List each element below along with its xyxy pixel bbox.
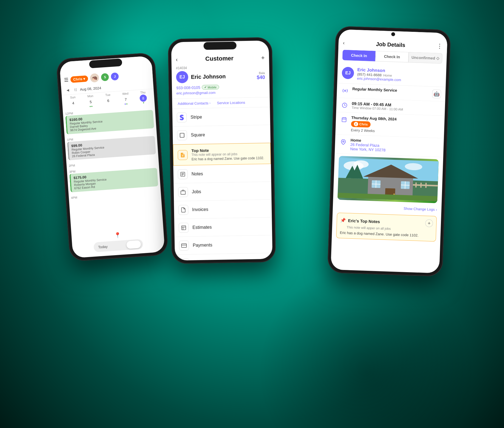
cust-tabs: Additional Contacts › Service Locations bbox=[172, 97, 270, 109]
day-name-tue: Tue bbox=[105, 93, 111, 97]
dot-wed-2 bbox=[126, 103, 128, 105]
job-title: Job Details bbox=[376, 41, 405, 48]
top-note-text: Eric has a dog named Zane. Use gate code… bbox=[191, 156, 266, 161]
svg-rect-11 bbox=[182, 244, 187, 247]
notif-badge[interactable]: 5 bbox=[101, 73, 109, 81]
phone-type: Mobile bbox=[208, 85, 217, 89]
day-num-sun[interactable]: 4 bbox=[69, 99, 77, 107]
menu-label-jobs: Jobs bbox=[192, 189, 201, 195]
top-note-icon bbox=[178, 150, 188, 160]
menu-label-estimates: Estimates bbox=[192, 225, 212, 230]
unconfirmed-label: Unconfirmed bbox=[411, 55, 435, 60]
top-note-content: Top Note This note will appear on all jo… bbox=[191, 147, 266, 161]
location-content: Home 26 Federal Plaza New York, NY 10278 bbox=[350, 138, 439, 154]
cal-day-thu: Thu 8 bbox=[134, 90, 152, 104]
menu-item-square[interactable]: Square bbox=[172, 125, 270, 145]
assignee-initial: C bbox=[354, 122, 358, 126]
cust-email[interactable]: eric.johnson@gmail.com bbox=[176, 90, 265, 95]
day-num-tue[interactable]: 6 bbox=[104, 97, 112, 105]
assignee-badge: C Chris bbox=[351, 121, 370, 128]
cal-day-sun: Sun 4 bbox=[64, 95, 82, 109]
time-content: 09:15 AM - 09:45 AM Time Window 07:00 AM… bbox=[352, 101, 441, 113]
service-name: Regular Monthly Service bbox=[352, 87, 429, 94]
phones-container: ☰ Chris ▾ 🦔 5 J ◀ ⟨⟨ Aug 08, 2024 Sun 4 bbox=[60, 22, 444, 406]
checkin-btn-2[interactable]: Check In bbox=[375, 51, 409, 62]
hedgehog-avatar[interactable]: 🦔 bbox=[90, 73, 99, 83]
show-logs-btn[interactable]: Show Change Logs › bbox=[333, 202, 441, 214]
job-more-btn[interactable]: ⋮ bbox=[437, 43, 443, 50]
top-notes-icon: 📌 bbox=[340, 218, 346, 223]
menu-item-top-note[interactable]: Top Note This note will appear on all jo… bbox=[173, 143, 271, 166]
menu-icon[interactable]: ☰ bbox=[64, 77, 68, 83]
estimates-icon bbox=[179, 223, 189, 233]
cust-balance: Bala $40 bbox=[257, 71, 265, 80]
customer-screen: ‹ Customer + #14034 EJ Eric Johnson Bala… bbox=[171, 41, 273, 261]
job-customer-details: Eric Johnson (857) 441-8688 Home eric.jo… bbox=[357, 67, 401, 82]
cal-day-tue: Tue 6 bbox=[99, 92, 117, 106]
job-date-row: Thursday Aug 08th, 2024 C Chris Every 2 … bbox=[335, 112, 445, 139]
top-notes-title-row: 📌 Eric's Top Notes bbox=[340, 218, 380, 224]
user-initial-badge[interactable]: J bbox=[111, 72, 119, 81]
bottom-spacer bbox=[331, 240, 440, 252]
menu-label-notes: Notes bbox=[191, 171, 203, 177]
day-name-wed: Wed bbox=[122, 92, 128, 95]
cust-avatar: EJ bbox=[176, 71, 188, 83]
location-pin-icon bbox=[339, 138, 347, 146]
svg-point-21 bbox=[343, 141, 344, 142]
assignee-name: Chris bbox=[359, 122, 368, 126]
cust-add-btn[interactable]: + bbox=[261, 54, 265, 61]
cust-name: Eric Johnson bbox=[191, 73, 226, 80]
user-name: Chris bbox=[73, 77, 82, 81]
menu-item-notes[interactable]: Notes bbox=[173, 164, 271, 183]
svg-rect-36 bbox=[420, 183, 422, 188]
phone-calendar: ☰ Chris ▾ 🦔 5 J ◀ ⟨⟨ Aug 08, 2024 Sun 4 bbox=[56, 52, 169, 261]
credits-icon bbox=[179, 258, 189, 261]
user-badge[interactable]: Chris ▾ bbox=[70, 75, 88, 83]
calendar-screen: ☰ Chris ▾ 🦔 5 J ◀ ⟨⟨ Aug 08, 2024 Sun 4 bbox=[60, 56, 165, 258]
day-num-thu[interactable]: 8 bbox=[140, 94, 147, 102]
cust-phone-row: 933-008-0105 ✔ Mobile bbox=[176, 84, 265, 90]
menu-item-payments[interactable]: Payments bbox=[174, 235, 272, 255]
day-name-mon: Mon bbox=[87, 94, 93, 98]
day-num-wed[interactable]: 7 bbox=[122, 95, 130, 103]
job-back-btn[interactable]: ‹ bbox=[343, 40, 345, 46]
invoices-icon bbox=[178, 205, 188, 215]
tab-additional-contacts[interactable]: Additional Contacts › bbox=[174, 98, 214, 108]
menu-label-square: Square bbox=[191, 133, 205, 138]
tab-chevron-contacts: › bbox=[209, 102, 211, 105]
day-dots-thu bbox=[143, 102, 144, 103]
svg-line-45 bbox=[372, 184, 381, 184]
menu-item-jobs[interactable]: Jobs bbox=[174, 182, 271, 201]
menu-item-stripe[interactable]: Stripe bbox=[172, 107, 270, 127]
tab-service-locations[interactable]: Service Locations bbox=[214, 98, 248, 108]
payments-icon bbox=[179, 241, 189, 251]
cal-day-mon: Mon 5 bbox=[81, 94, 100, 108]
cal-prev-btn[interactable]: ◀ bbox=[64, 87, 72, 94]
cust-contact: 933-008-0105 ✔ Mobile eric.johnson@gmail… bbox=[176, 84, 265, 95]
cust-menu: Stripe Square Top Note This n bbox=[172, 107, 273, 261]
phone-customer: ‹ Customer + #14034 EJ Eric Johnson Bala… bbox=[168, 37, 276, 264]
tab-label-contacts: Additional Contacts bbox=[178, 101, 208, 106]
cust-title: Customer bbox=[205, 55, 233, 63]
day-name-thu: Thu bbox=[140, 91, 146, 94]
day-num-mon[interactable]: 5 bbox=[87, 98, 95, 106]
ai-btn[interactable]: 🤖 bbox=[432, 89, 441, 98]
checkin-btn-1[interactable]: Check In bbox=[342, 50, 376, 61]
cust-phone[interactable]: 933-008-0105 bbox=[176, 85, 200, 90]
dot-mon-1 bbox=[90, 106, 91, 107]
day-dots-mon bbox=[90, 106, 92, 107]
cust-info: #14034 EJ Eric Johnson Bala $40 933-008-… bbox=[172, 65, 270, 99]
cal-prev2-btn[interactable]: ⟨⟨ bbox=[72, 86, 79, 93]
job-customer-phone-type: Home bbox=[383, 73, 392, 77]
tab-label-locations: Service Locations bbox=[217, 100, 245, 105]
slider-thumb[interactable] bbox=[126, 240, 141, 249]
notes-icon bbox=[178, 169, 188, 179]
menu-item-estimates[interactable]: Estimates bbox=[174, 217, 272, 237]
svg-rect-35 bbox=[415, 182, 417, 187]
dot-mon-2 bbox=[91, 106, 92, 107]
menu-item-invoices[interactable]: Invoices bbox=[174, 199, 272, 219]
cust-back-btn[interactable]: ‹ bbox=[176, 56, 178, 63]
top-notes-add-btn[interactable]: + bbox=[425, 219, 433, 227]
cal-date-label: Aug 08, 2024 bbox=[80, 86, 101, 91]
unconfirmed-btn[interactable]: Unconfirmed ◇ bbox=[408, 52, 443, 64]
